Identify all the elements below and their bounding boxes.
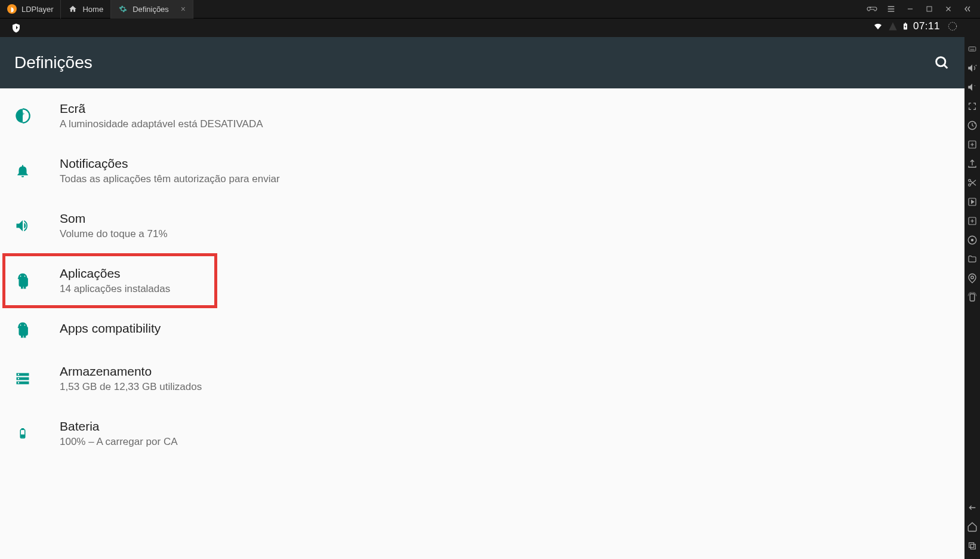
svg-rect-30 <box>970 294 975 301</box>
keyboard-icon[interactable] <box>966 43 978 55</box>
svg-rect-16 <box>22 429 24 430</box>
play-square-icon[interactable] <box>966 196 978 208</box>
svg-point-8 <box>24 324 26 325</box>
display-icon <box>14 108 31 124</box>
volume-down-icon[interactable]: - <box>966 81 978 93</box>
svg-point-28 <box>972 239 973 241</box>
android-icon <box>14 272 31 289</box>
volume-icon <box>14 217 31 234</box>
item-title: Som <box>60 211 950 226</box>
collapse-icon[interactable] <box>962 4 973 14</box>
volume-up-icon[interactable]: + <box>966 62 978 74</box>
svg-point-7 <box>20 324 21 325</box>
status-time: 07:11 <box>913 20 940 32</box>
battery-charging-icon <box>902 20 909 32</box>
minimize-icon[interactable] <box>905 4 916 14</box>
item-subtitle: A luminosidade adaptável está DESATIVADA <box>60 118 950 130</box>
svg-rect-17 <box>21 435 24 437</box>
status-gear-icon[interactable] <box>947 20 959 32</box>
location-icon[interactable] <box>966 272 978 284</box>
rotate-icon[interactable] <box>966 291 978 303</box>
square-plus-icon[interactable] <box>966 215 978 227</box>
signal-off-icon <box>888 22 898 31</box>
svg-text:-: - <box>974 82 976 88</box>
tab-label: Home <box>82 5 103 14</box>
svg-point-6 <box>24 275 26 277</box>
scissors-icon[interactable] <box>966 177 978 189</box>
back-nav-icon[interactable] <box>966 502 978 514</box>
android-icon <box>14 321 31 338</box>
item-title: Notificações <box>60 156 950 171</box>
svg-rect-31 <box>969 543 974 548</box>
item-subtitle: 100% – A carregar por CA <box>60 436 950 448</box>
tab-home[interactable]: Home <box>61 0 111 19</box>
svg-rect-32 <box>970 544 975 549</box>
svg-point-5 <box>20 275 21 277</box>
battery-icon <box>14 425 31 442</box>
item-title: Aplicações <box>60 266 950 281</box>
settings-item-storage[interactable]: Armazenamento 1,53 GB de 12,33 GB utiliz… <box>0 351 964 406</box>
window-controls <box>867 4 980 14</box>
home-icon <box>68 4 78 14</box>
item-title: Ecrã <box>60 102 950 116</box>
search-icon[interactable] <box>933 54 950 71</box>
storage-icon <box>14 370 31 387</box>
close-icon[interactable] <box>943 4 954 14</box>
svg-point-13 <box>18 378 19 379</box>
gamepad-icon[interactable] <box>867 4 877 14</box>
ldplayer-sidebar: + - <box>964 37 980 559</box>
settings-item-apps[interactable]: Aplicações 14 aplicações instaladas <box>0 253 964 308</box>
settings-item-notifications[interactable]: Notificações Todas as aplicações têm aut… <box>0 143 964 198</box>
item-subtitle: 14 aplicações instaladas <box>60 283 950 295</box>
svg-point-12 <box>18 374 19 375</box>
settings-item-sound[interactable]: Som Volume do toque a 71% <box>0 198 964 253</box>
android-pane: 07:11 Definições Ecrã A luminosidade <box>0 37 964 559</box>
item-subtitle: 1,53 GB de 12,33 GB utilizados <box>60 381 950 393</box>
svg-point-14 <box>18 382 19 383</box>
fullscreen-icon[interactable] <box>966 100 978 112</box>
item-title: Bateria <box>60 419 950 434</box>
disc-icon[interactable] <box>966 234 978 246</box>
item-title: Apps compatibility <box>60 321 950 336</box>
svg-point-29 <box>971 276 974 279</box>
bell-icon <box>14 162 31 179</box>
menu-icon[interactable] <box>886 4 896 14</box>
settings-item-display[interactable]: Ecrã A luminosidade adaptável está DESAT… <box>0 88 964 143</box>
item-subtitle: Todas as aplicações têm autorização para… <box>60 173 950 185</box>
tab-label: LDPlayer <box>21 5 53 14</box>
upload-icon[interactable] <box>966 158 978 170</box>
folder-icon[interactable] <box>966 253 978 265</box>
clock-icon[interactable] <box>966 119 978 131</box>
settings-gear-icon <box>118 4 128 14</box>
home-nav-icon[interactable] <box>966 521 978 533</box>
svg-rect-18 <box>969 47 976 51</box>
titlebar: ◗ LDPlayer Home Definições × <box>0 0 980 19</box>
recent-nav-icon[interactable] <box>966 540 978 552</box>
svg-rect-0 <box>927 7 932 11</box>
ldplayer-logo-icon: ◗ <box>7 4 17 14</box>
settings-item-battery[interactable]: Bateria 100% – A carregar por CA <box>0 406 964 461</box>
shield-icon[interactable] <box>11 22 21 34</box>
item-subtitle: Volume do toque a 71% <box>60 228 950 240</box>
page-title: Definições <box>14 53 93 72</box>
wifi-icon <box>872 22 884 31</box>
secondary-bar <box>0 19 980 37</box>
settings-item-apps-compat[interactable]: Apps compatibility <box>0 308 964 351</box>
item-title: Armazenamento <box>60 364 950 379</box>
tab-close-icon[interactable]: × <box>181 4 186 14</box>
app-bar: Definições <box>0 37 964 88</box>
svg-rect-2 <box>905 23 906 24</box>
svg-point-3 <box>948 22 956 30</box>
tab-definicoes[interactable]: Definições × <box>111 0 193 19</box>
tab-ldplayer[interactable]: ◗ LDPlayer <box>0 0 61 19</box>
plus-square-icon[interactable] <box>966 139 978 150</box>
settings-list: Ecrã A luminosidade adaptável está DESAT… <box>0 88 964 559</box>
maximize-icon[interactable] <box>924 4 935 14</box>
svg-text:+: + <box>975 63 978 67</box>
tab-label: Definições <box>132 5 169 14</box>
